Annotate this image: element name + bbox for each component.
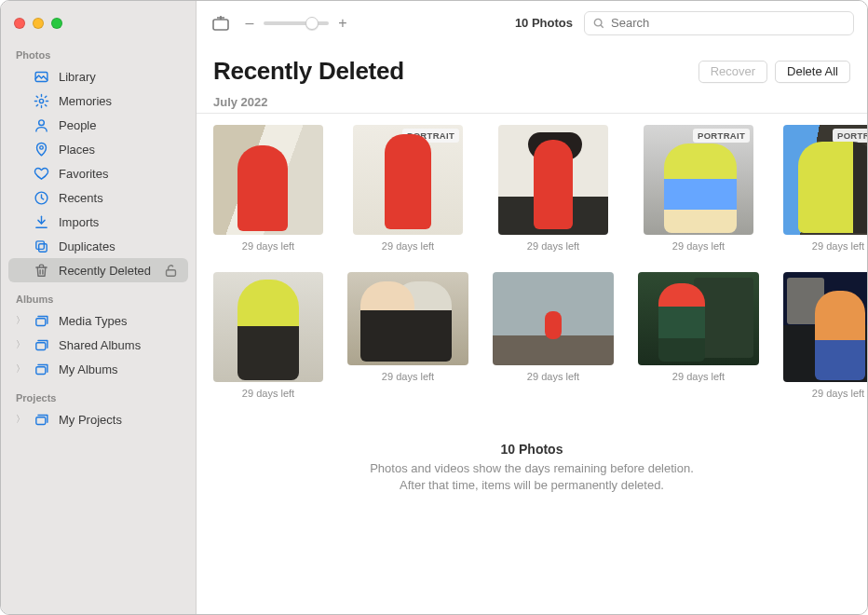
photo-cell: PORTRAIT29 days left <box>783 125 867 252</box>
delete-all-button[interactable]: Delete All <box>775 61 850 83</box>
photo-thumbnail[interactable]: PORTRAIT <box>783 125 867 235</box>
photo-grid: 29 days leftPORTRAIT29 days left29 days … <box>213 125 850 399</box>
photo-cell: 29 days left <box>347 272 468 399</box>
library-icon <box>33 68 49 85</box>
photo-thumbnail[interactable] <box>347 272 468 365</box>
zoom-slider-knob[interactable] <box>305 17 319 30</box>
days-left-label: 29 days left <box>812 388 864 399</box>
recover-button[interactable]: Recover <box>698 61 767 83</box>
photo-cell: PORTRAIT29 days left <box>638 125 759 252</box>
sidebar-item-label: My Projects <box>59 413 122 427</box>
sidebar-item-imports[interactable]: Imports <box>8 210 188 234</box>
chevron-right-icon[interactable]: 〉 <box>16 314 25 327</box>
window-controls <box>1 1 196 46</box>
search-field[interactable] <box>584 11 854 35</box>
svg-point-3 <box>39 145 43 149</box>
close-window-button[interactable] <box>14 18 25 29</box>
sidebar-item-my-projects[interactable]: 〉My Projects <box>8 407 188 431</box>
photo-thumbnail[interactable] <box>213 125 323 235</box>
search-icon <box>592 17 605 30</box>
sidebar-item-favorites[interactable]: Favorites <box>8 161 188 185</box>
svg-rect-11 <box>35 417 45 424</box>
divider <box>197 113 867 114</box>
photo-cell: 29 days left <box>213 272 323 399</box>
toolbar: – + 10 Photos <box>197 1 867 46</box>
duplicates-icon <box>33 238 49 254</box>
sidebar-section-albums: Albums <box>1 290 196 308</box>
sidebar: Photos LibraryMemoriesPeoplePlacesFavori… <box>1 1 197 614</box>
search-input[interactable] <box>611 16 846 30</box>
chevron-right-icon[interactable]: 〉 <box>16 413 25 426</box>
svg-rect-6 <box>38 243 47 252</box>
footer-text-2: After that time, items will be permanent… <box>232 477 832 494</box>
sidebar-item-recently-deleted[interactable]: Recently Deleted <box>8 258 188 282</box>
svg-rect-8 <box>35 318 45 325</box>
photo-cell: 29 days left <box>638 272 759 399</box>
people-icon <box>33 116 49 133</box>
sidebar-item-label: Duplicates <box>59 239 115 253</box>
sidebar-item-memories[interactable]: Memories <box>8 89 188 113</box>
footer-info: 10 Photos Photos and videos show the day… <box>213 399 850 509</box>
recents-icon <box>33 189 49 206</box>
sidebar-item-places[interactable]: Places <box>8 137 188 161</box>
zoom-out-button[interactable]: – <box>243 15 256 32</box>
photo-grid-scroll[interactable]: 29 days leftPORTRAIT29 days left29 days … <box>197 119 867 509</box>
photo-thumbnail[interactable] <box>498 125 608 235</box>
days-left-label: 29 days left <box>382 240 434 252</box>
photo-thumbnail[interactable] <box>638 272 759 365</box>
zoom-slider[interactable] <box>264 21 329 25</box>
svg-rect-9 <box>35 342 45 349</box>
photo-cell: PORTRAIT29 days left <box>347 125 468 252</box>
photo-count-label: 10 Photos <box>515 16 573 30</box>
sidebar-item-label: People <box>59 118 96 132</box>
sidebar-item-label: Recents <box>59 191 103 205</box>
stack-icon <box>33 411 49 428</box>
main-content: – + 10 Photos Recently Deleted <box>197 1 867 614</box>
sidebar-item-label: Media Types <box>59 314 127 328</box>
photo-thumbnail[interactable]: PORTRAIT <box>644 125 753 235</box>
stack-icon <box>33 312 49 329</box>
svg-point-1 <box>39 99 43 102</box>
unlock-icon <box>163 263 179 279</box>
sidebar-section-photos: Photos <box>1 46 196 64</box>
sidebar-item-people[interactable]: People <box>8 113 188 137</box>
minimize-window-button[interactable] <box>33 18 44 29</box>
days-left-label: 29 days left <box>242 240 294 252</box>
footer-text-1: Photos and videos show the days remainin… <box>232 460 832 477</box>
sidebar-item-label: Memories <box>59 94 112 108</box>
chevron-right-icon[interactable]: 〉 <box>16 362 25 376</box>
photo-thumbnail[interactable] <box>213 272 323 382</box>
portrait-badge: PORTRAIT <box>693 129 750 143</box>
sidebar-item-label: Places <box>59 143 95 157</box>
sidebar-item-library[interactable]: Library <box>8 64 188 89</box>
photo-thumbnail[interactable] <box>783 272 867 382</box>
imports-icon <box>33 213 49 230</box>
window-body: Photos LibraryMemoriesPeoplePlacesFavori… <box>1 1 867 614</box>
sidebar-item-label: Shared Albums <box>59 338 141 352</box>
sidebar-item-my-albums[interactable]: 〉My Albums <box>8 357 188 381</box>
days-left-label: 29 days left <box>812 240 864 252</box>
sidebar-item-label: My Albums <box>59 362 118 376</box>
sidebar-item-duplicates[interactable]: Duplicates <box>8 234 188 258</box>
sidebar-item-label: Imports <box>59 215 99 229</box>
sidebar-item-media-types[interactable]: 〉Media Types <box>8 308 188 333</box>
days-left-label: 29 days left <box>382 371 434 382</box>
photo-thumbnail[interactable] <box>493 272 614 365</box>
photo-thumbnail[interactable]: PORTRAIT <box>353 125 463 235</box>
app-window: Photos LibraryMemoriesPeoplePlacesFavori… <box>0 0 868 615</box>
sidebar-section-projects: Projects <box>1 389 196 407</box>
zoom-window-button[interactable] <box>51 18 62 29</box>
days-left-label: 29 days left <box>672 371 725 382</box>
sidebar-item-recents[interactable]: Recents <box>8 185 188 210</box>
sidebar-item-label: Recently Deleted <box>59 264 151 278</box>
zoom-in-button[interactable]: + <box>336 15 349 32</box>
svg-rect-5 <box>35 240 44 249</box>
chevron-right-icon[interactable]: 〉 <box>16 338 25 351</box>
svg-rect-12 <box>213 20 228 30</box>
portrait-badge: PORTRAIT <box>833 129 867 143</box>
svg-point-2 <box>38 119 44 125</box>
sidebar-item-label: Favorites <box>59 167 108 181</box>
svg-rect-7 <box>167 269 176 275</box>
sidebar-item-shared-albums[interactable]: 〉Shared Albums <box>8 333 188 357</box>
aspect-ratio-icon[interactable] <box>210 12 232 34</box>
